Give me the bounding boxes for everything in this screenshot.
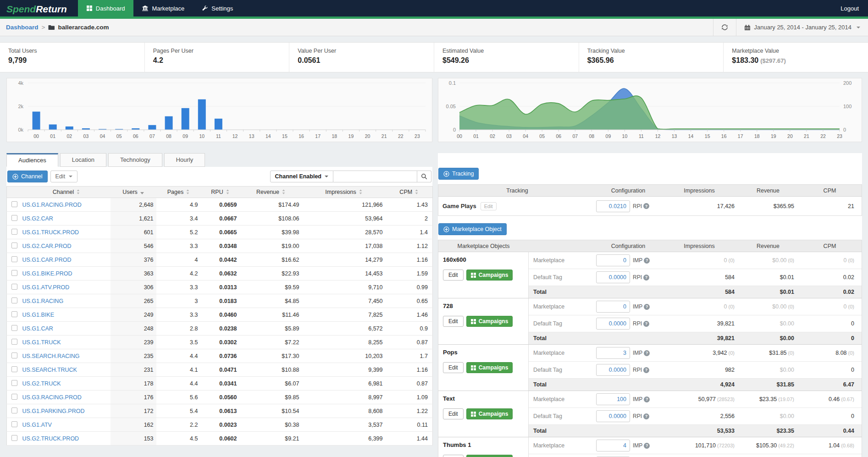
channel-link[interactable]: US.G1.BIKE.PROD <box>22 270 72 277</box>
marketplace-config-input[interactable] <box>596 254 630 266</box>
row-checkbox[interactable] <box>11 297 17 303</box>
nav-item-dashboard[interactable]: Dashboard <box>78 0 134 17</box>
tab-location[interactable]: Location <box>60 153 106 167</box>
nav-item-settings[interactable]: Settings <box>193 0 242 17</box>
question-icon[interactable]: ? <box>643 203 649 209</box>
question-icon[interactable]: ? <box>643 413 649 419</box>
logout-link[interactable]: Logout <box>840 5 859 12</box>
edit-object-button[interactable]: Edit <box>443 316 464 327</box>
channel-link[interactable]: US.G1.TRUCK.PROD <box>22 229 79 236</box>
add-tracking-button[interactable]: Tracking <box>438 168 479 180</box>
search-button[interactable] <box>417 171 431 182</box>
campaigns-button[interactable]: Campaigns <box>466 270 513 281</box>
channel-search-input[interactable] <box>333 171 417 182</box>
question-icon[interactable]: ? <box>644 443 650 449</box>
row-checkbox[interactable] <box>11 352 17 358</box>
add-channel-button[interactable]: Channel <box>7 171 48 182</box>
channel-link[interactable]: US.G2.TRUCK.PROD <box>22 435 79 442</box>
row-checkbox[interactable] <box>11 201 17 207</box>
question-icon[interactable]: ? <box>644 396 650 402</box>
row-checkbox[interactable] <box>11 284 17 290</box>
channel-link[interactable]: US.G1.ATV.PROD <box>22 284 70 291</box>
row-checkbox[interactable] <box>11 270 17 276</box>
channel-link[interactable]: US.G1.RACING.PROD <box>22 202 82 208</box>
tab-technology[interactable]: Technology <box>108 153 162 167</box>
question-icon[interactable]: ? <box>644 304 650 310</box>
total-impressions-cell: 39,821 <box>660 335 738 341</box>
users-cell: 1,621 <box>111 212 156 226</box>
channel-link[interactable]: US.G1.BIKE <box>22 312 54 318</box>
tab-audiences[interactable]: Audiences <box>6 153 58 167</box>
row-checkbox[interactable] <box>11 256 17 262</box>
channel-link[interactable]: US.SEARCH.RACING <box>22 353 80 359</box>
edit-object-button[interactable]: Edit <box>443 362 464 373</box>
revenue-cell: $9.85 <box>240 391 302 404</box>
row-checkbox[interactable] <box>11 394 17 400</box>
edit-object-button[interactable]: Edit <box>443 270 464 281</box>
edit-object-button[interactable]: Edit <box>443 408 464 419</box>
add-marketplace-object-button[interactable]: Marketplace Object <box>438 223 507 235</box>
marketplace-config-input[interactable] <box>596 440 630 451</box>
refresh-button[interactable] <box>713 19 736 36</box>
row-checkbox[interactable] <box>11 435 17 441</box>
tracking-config-input[interactable] <box>596 200 630 212</box>
channel-link[interactable]: US.G1.CAR.PROD <box>22 257 72 263</box>
marketplace-config-input[interactable] <box>596 347 630 359</box>
channel-link[interactable]: US.G2.CAR.PROD <box>22 243 72 249</box>
channel-link[interactable]: US.G1.RACING <box>22 298 64 304</box>
column-header-impressions[interactable]: Impressions <box>302 187 386 198</box>
question-icon[interactable]: ? <box>644 350 650 356</box>
row-checkbox[interactable] <box>11 215 17 221</box>
column-header-pages[interactable]: Pages <box>156 187 201 198</box>
default-tag-config-input[interactable] <box>596 364 630 376</box>
channel-link[interactable]: US.G1.ATV <box>22 422 52 428</box>
column-header-revenue[interactable]: Revenue <box>240 187 302 198</box>
default-tag-config-input[interactable] <box>596 410 630 422</box>
campaigns-button[interactable]: Campaigns <box>466 408 513 419</box>
row-checkbox[interactable] <box>11 229 17 235</box>
row-checkbox[interactable] <box>11 407 17 413</box>
channel-link[interactable]: US.G1.TRUCK <box>22 339 61 346</box>
channel-cell: US.G1.CAR.PROD <box>22 253 111 267</box>
column-header-rpu[interactable]: RPU <box>201 187 240 198</box>
row-checkbox[interactable] <box>11 421 17 427</box>
question-icon[interactable]: ? <box>643 367 649 373</box>
channel-link[interactable]: US.G1.CAR <box>22 325 53 332</box>
edit-channel-button[interactable]: Edit <box>50 171 78 182</box>
marketplace-config-input[interactable] <box>596 301 630 313</box>
marketplace-row-marketplace: MarketplaceIMP?0(0)$0.00(0)0(0) <box>529 298 862 315</box>
channel-filter-dropdown[interactable]: Channel Enabled <box>270 171 333 182</box>
default-tag-config-input[interactable] <box>596 271 630 283</box>
breadcrumb-dashboard-link[interactable]: Dashboard <box>6 24 39 31</box>
edit-object-button[interactable]: Edit <box>443 455 464 457</box>
row-checkbox[interactable] <box>11 380 17 386</box>
campaigns-button[interactable]: Campaigns <box>466 362 513 373</box>
tab-hourly[interactable]: Hourly <box>164 153 205 167</box>
column-header-channel[interactable]: Channel <box>22 187 111 198</box>
campaigns-button[interactable]: Campaigns <box>466 455 513 457</box>
question-icon[interactable]: ? <box>643 275 649 281</box>
default-tag-config-input[interactable] <box>596 318 630 330</box>
nav-item-marketplace[interactable]: Marketplace <box>133 0 193 17</box>
channel-link[interactable]: US.SEARCH.TRUCK <box>22 367 77 373</box>
question-icon[interactable]: ? <box>643 321 649 327</box>
edit-tracking-button[interactable]: Edit <box>481 202 497 210</box>
svg-text:07: 07 <box>149 133 155 139</box>
row-checkbox[interactable] <box>11 242 17 248</box>
channel-link[interactable]: US.G1.PARKING.PROD <box>22 408 85 414</box>
channel-link[interactable]: US.G2.CAR <box>22 215 53 222</box>
column-header-users[interactable]: Users <box>111 187 156 198</box>
channel-link[interactable]: US.G2.TRUCK <box>22 380 61 387</box>
row-checkbox[interactable] <box>11 311 17 317</box>
marketplace-config-input[interactable] <box>596 393 630 405</box>
breadcrumb-bar: Dashboard > ballerarcade.com January 25,… <box>0 19 868 36</box>
campaigns-button[interactable]: Campaigns <box>466 316 513 327</box>
channel-link[interactable]: US.G3.RACING.PROD <box>22 394 82 401</box>
column-header-cpm[interactable]: CPM <box>386 187 433 198</box>
date-range-picker[interactable]: January 25, 2014 - January 25, 2014 <box>736 19 868 36</box>
row-checkbox[interactable] <box>11 325 17 331</box>
question-icon[interactable]: ? <box>644 258 650 264</box>
row-checkbox[interactable] <box>11 339 17 345</box>
svg-text:17: 17 <box>315 133 321 139</box>
row-checkbox[interactable] <box>11 366 17 372</box>
